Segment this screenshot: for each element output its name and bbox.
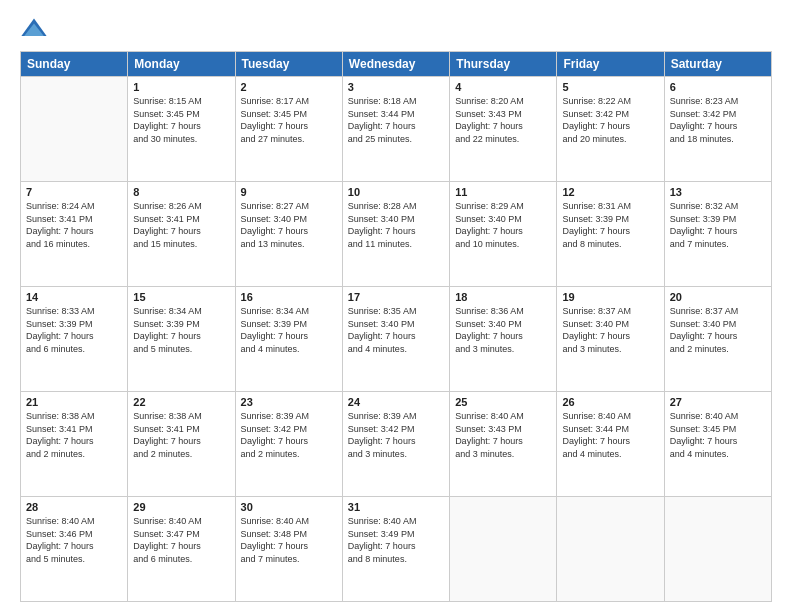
- day-number: 19: [562, 291, 658, 303]
- day-number: 16: [241, 291, 337, 303]
- calendar-week-row: 28Sunrise: 8:40 AM Sunset: 3:46 PM Dayli…: [21, 497, 772, 602]
- day-info: Sunrise: 8:23 AM Sunset: 3:42 PM Dayligh…: [670, 95, 766, 145]
- calendar-cell: 23Sunrise: 8:39 AM Sunset: 3:42 PM Dayli…: [235, 392, 342, 497]
- day-info: Sunrise: 8:18 AM Sunset: 3:44 PM Dayligh…: [348, 95, 444, 145]
- logo: [20, 15, 52, 43]
- day-info: Sunrise: 8:40 AM Sunset: 3:45 PM Dayligh…: [670, 410, 766, 460]
- calendar-cell: [21, 77, 128, 182]
- calendar-cell: [450, 497, 557, 602]
- calendar-week-row: 1Sunrise: 8:15 AM Sunset: 3:45 PM Daylig…: [21, 77, 772, 182]
- day-info: Sunrise: 8:40 AM Sunset: 3:46 PM Dayligh…: [26, 515, 122, 565]
- day-of-week-header: Monday: [128, 52, 235, 77]
- calendar-cell: 17Sunrise: 8:35 AM Sunset: 3:40 PM Dayli…: [342, 287, 449, 392]
- day-info: Sunrise: 8:15 AM Sunset: 3:45 PM Dayligh…: [133, 95, 229, 145]
- calendar-cell: 25Sunrise: 8:40 AM Sunset: 3:43 PM Dayli…: [450, 392, 557, 497]
- day-info: Sunrise: 8:40 AM Sunset: 3:44 PM Dayligh…: [562, 410, 658, 460]
- day-info: Sunrise: 8:29 AM Sunset: 3:40 PM Dayligh…: [455, 200, 551, 250]
- day-of-week-header: Saturday: [664, 52, 771, 77]
- day-number: 18: [455, 291, 551, 303]
- calendar-cell: 28Sunrise: 8:40 AM Sunset: 3:46 PM Dayli…: [21, 497, 128, 602]
- day-number: 10: [348, 186, 444, 198]
- calendar-week-row: 14Sunrise: 8:33 AM Sunset: 3:39 PM Dayli…: [21, 287, 772, 392]
- day-number: 4: [455, 81, 551, 93]
- day-info: Sunrise: 8:39 AM Sunset: 3:42 PM Dayligh…: [241, 410, 337, 460]
- day-number: 27: [670, 396, 766, 408]
- day-info: Sunrise: 8:35 AM Sunset: 3:40 PM Dayligh…: [348, 305, 444, 355]
- header: [20, 15, 772, 43]
- day-info: Sunrise: 8:26 AM Sunset: 3:41 PM Dayligh…: [133, 200, 229, 250]
- calendar-cell: 20Sunrise: 8:37 AM Sunset: 3:40 PM Dayli…: [664, 287, 771, 392]
- calendar-cell: 30Sunrise: 8:40 AM Sunset: 3:48 PM Dayli…: [235, 497, 342, 602]
- calendar-header-row: SundayMondayTuesdayWednesdayThursdayFrid…: [21, 52, 772, 77]
- day-info: Sunrise: 8:40 AM Sunset: 3:48 PM Dayligh…: [241, 515, 337, 565]
- calendar-cell: 31Sunrise: 8:40 AM Sunset: 3:49 PM Dayli…: [342, 497, 449, 602]
- calendar-cell: 6Sunrise: 8:23 AM Sunset: 3:42 PM Daylig…: [664, 77, 771, 182]
- calendar-cell: 15Sunrise: 8:34 AM Sunset: 3:39 PM Dayli…: [128, 287, 235, 392]
- calendar-cell: 1Sunrise: 8:15 AM Sunset: 3:45 PM Daylig…: [128, 77, 235, 182]
- day-info: Sunrise: 8:40 AM Sunset: 3:49 PM Dayligh…: [348, 515, 444, 565]
- day-of-week-header: Friday: [557, 52, 664, 77]
- calendar-cell: [664, 497, 771, 602]
- logo-icon: [20, 15, 48, 43]
- day-number: 23: [241, 396, 337, 408]
- day-info: Sunrise: 8:33 AM Sunset: 3:39 PM Dayligh…: [26, 305, 122, 355]
- day-info: Sunrise: 8:31 AM Sunset: 3:39 PM Dayligh…: [562, 200, 658, 250]
- day-number: 21: [26, 396, 122, 408]
- day-of-week-header: Sunday: [21, 52, 128, 77]
- calendar-cell: 14Sunrise: 8:33 AM Sunset: 3:39 PM Dayli…: [21, 287, 128, 392]
- day-info: Sunrise: 8:27 AM Sunset: 3:40 PM Dayligh…: [241, 200, 337, 250]
- day-number: 20: [670, 291, 766, 303]
- day-number: 11: [455, 186, 551, 198]
- day-number: 25: [455, 396, 551, 408]
- calendar-cell: 8Sunrise: 8:26 AM Sunset: 3:41 PM Daylig…: [128, 182, 235, 287]
- day-info: Sunrise: 8:37 AM Sunset: 3:40 PM Dayligh…: [562, 305, 658, 355]
- day-number: 8: [133, 186, 229, 198]
- day-info: Sunrise: 8:20 AM Sunset: 3:43 PM Dayligh…: [455, 95, 551, 145]
- day-number: 30: [241, 501, 337, 513]
- day-info: Sunrise: 8:38 AM Sunset: 3:41 PM Dayligh…: [133, 410, 229, 460]
- day-number: 3: [348, 81, 444, 93]
- day-info: Sunrise: 8:24 AM Sunset: 3:41 PM Dayligh…: [26, 200, 122, 250]
- day-number: 7: [26, 186, 122, 198]
- calendar-cell: 29Sunrise: 8:40 AM Sunset: 3:47 PM Dayli…: [128, 497, 235, 602]
- calendar-cell: 16Sunrise: 8:34 AM Sunset: 3:39 PM Dayli…: [235, 287, 342, 392]
- calendar-cell: 19Sunrise: 8:37 AM Sunset: 3:40 PM Dayli…: [557, 287, 664, 392]
- day-info: Sunrise: 8:37 AM Sunset: 3:40 PM Dayligh…: [670, 305, 766, 355]
- day-number: 24: [348, 396, 444, 408]
- day-number: 6: [670, 81, 766, 93]
- page: SundayMondayTuesdayWednesdayThursdayFrid…: [0, 0, 792, 612]
- day-number: 26: [562, 396, 658, 408]
- calendar-cell: [557, 497, 664, 602]
- calendar-cell: 5Sunrise: 8:22 AM Sunset: 3:42 PM Daylig…: [557, 77, 664, 182]
- calendar-cell: 11Sunrise: 8:29 AM Sunset: 3:40 PM Dayli…: [450, 182, 557, 287]
- day-number: 9: [241, 186, 337, 198]
- day-of-week-header: Wednesday: [342, 52, 449, 77]
- calendar-cell: 24Sunrise: 8:39 AM Sunset: 3:42 PM Dayli…: [342, 392, 449, 497]
- calendar-cell: 3Sunrise: 8:18 AM Sunset: 3:44 PM Daylig…: [342, 77, 449, 182]
- calendar-cell: 27Sunrise: 8:40 AM Sunset: 3:45 PM Dayli…: [664, 392, 771, 497]
- day-number: 22: [133, 396, 229, 408]
- day-of-week-header: Tuesday: [235, 52, 342, 77]
- calendar-cell: 12Sunrise: 8:31 AM Sunset: 3:39 PM Dayli…: [557, 182, 664, 287]
- day-number: 1: [133, 81, 229, 93]
- day-info: Sunrise: 8:22 AM Sunset: 3:42 PM Dayligh…: [562, 95, 658, 145]
- calendar-cell: 7Sunrise: 8:24 AM Sunset: 3:41 PM Daylig…: [21, 182, 128, 287]
- day-number: 15: [133, 291, 229, 303]
- calendar-cell: 2Sunrise: 8:17 AM Sunset: 3:45 PM Daylig…: [235, 77, 342, 182]
- day-info: Sunrise: 8:34 AM Sunset: 3:39 PM Dayligh…: [241, 305, 337, 355]
- day-number: 17: [348, 291, 444, 303]
- calendar-week-row: 21Sunrise: 8:38 AM Sunset: 3:41 PM Dayli…: [21, 392, 772, 497]
- calendar-cell: 18Sunrise: 8:36 AM Sunset: 3:40 PM Dayli…: [450, 287, 557, 392]
- day-info: Sunrise: 8:39 AM Sunset: 3:42 PM Dayligh…: [348, 410, 444, 460]
- day-number: 29: [133, 501, 229, 513]
- day-number: 5: [562, 81, 658, 93]
- day-info: Sunrise: 8:36 AM Sunset: 3:40 PM Dayligh…: [455, 305, 551, 355]
- day-info: Sunrise: 8:17 AM Sunset: 3:45 PM Dayligh…: [241, 95, 337, 145]
- day-info: Sunrise: 8:28 AM Sunset: 3:40 PM Dayligh…: [348, 200, 444, 250]
- calendar-cell: 4Sunrise: 8:20 AM Sunset: 3:43 PM Daylig…: [450, 77, 557, 182]
- calendar-cell: 22Sunrise: 8:38 AM Sunset: 3:41 PM Dayli…: [128, 392, 235, 497]
- day-number: 31: [348, 501, 444, 513]
- calendar-week-row: 7Sunrise: 8:24 AM Sunset: 3:41 PM Daylig…: [21, 182, 772, 287]
- day-number: 13: [670, 186, 766, 198]
- calendar-table: SundayMondayTuesdayWednesdayThursdayFrid…: [20, 51, 772, 602]
